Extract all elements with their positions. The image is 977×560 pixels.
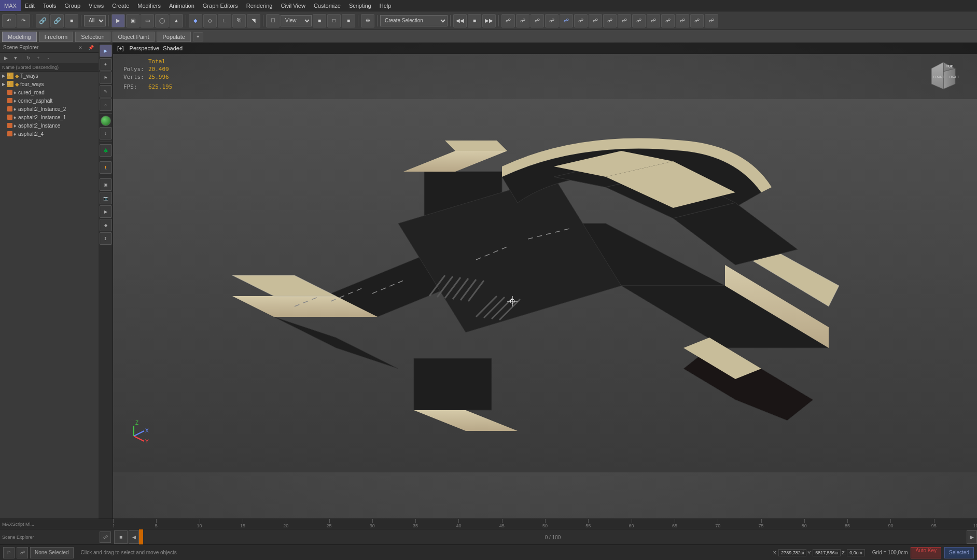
select-circle-btn[interactable]: ◯: [155, 14, 169, 27]
menu-graph-editors[interactable]: Graph Editors: [199, 0, 242, 11]
prop-btn[interactable]: ☍: [531, 14, 544, 27]
select-rect-btn[interactable]: ▭: [141, 14, 154, 27]
se-object-list[interactable]: ▶ □ ◆ T_ways ▶ □ ◆ four_ways ♦ cured_roa…: [0, 72, 99, 534]
tool-person[interactable]: 🚶: [100, 161, 112, 174]
mirror-btn[interactable]: ☐: [266, 14, 280, 27]
se-item-tways[interactable]: ▶ □ ◆ T_ways: [0, 72, 99, 80]
se-collapse-btn[interactable]: -: [44, 54, 53, 62]
effects-btn[interactable]: ☍: [632, 14, 646, 27]
menu-edit[interactable]: Edit: [21, 0, 39, 11]
render-setup-btn[interactable]: ☍: [545, 14, 559, 27]
vp-shading[interactable]: Shaded: [163, 45, 183, 51]
env-btn[interactable]: ☍: [618, 14, 631, 27]
undo-button[interactable]: ↶: [2, 14, 16, 27]
menu-modifiers[interactable]: Modifiers: [133, 0, 165, 11]
select-region-btn[interactable]: ▣: [126, 14, 139, 27]
se-item-asphalt2-inst2[interactable]: ♦ asphalt2_Instance_2: [0, 105, 99, 113]
menu-customize[interactable]: Customize: [310, 0, 345, 11]
status-icon1[interactable]: ⚐: [3, 547, 15, 558]
menu-group[interactable]: Group: [61, 0, 85, 11]
tool-create[interactable]: ✎: [100, 85, 112, 97]
menu-views[interactable]: Views: [85, 0, 108, 11]
main-viewport[interactable]: X Y Z [+] Perspective Shaded Total Polys…: [113, 43, 977, 529]
tl-next-btn[interactable]: ▶: [967, 530, 977, 544]
auto-key-button[interactable]: Auto Key: [911, 547, 941, 558]
tool-arr2[interactable]: ↥: [100, 232, 112, 245]
se-item-curedroad[interactable]: ♦ cured_road: [0, 88, 99, 96]
se-item-asphalt2-4[interactable]: ♦ asphalt2_4: [0, 130, 99, 138]
menu-create[interactable]: Create: [108, 0, 133, 11]
snap-2d-btn[interactable]: ◇: [203, 14, 217, 27]
align2-btn[interactable]: □: [327, 14, 341, 27]
se-expand-btn[interactable]: +: [34, 54, 43, 62]
tool-camera[interactable]: 📷: [100, 192, 112, 204]
se-layer-icon[interactable]: ☍: [100, 531, 111, 543]
tool-shapes[interactable]: ○: [100, 99, 112, 111]
menu-scripting[interactable]: Scripting: [345, 0, 375, 11]
tool-freeform[interactable]: ✦: [100, 58, 112, 71]
align3-btn[interactable]: ■: [342, 14, 355, 27]
menu-help[interactable]: Help: [375, 0, 396, 11]
snap-percent-btn[interactable]: %: [232, 14, 246, 27]
tab-object-paint[interactable]: Object Paint: [113, 32, 155, 42]
menu-max[interactable]: MAX: [0, 0, 21, 11]
more3-btn[interactable]: ☍: [690, 14, 704, 27]
se-item-fourways[interactable]: ▶ □ ◆ four_ways: [0, 80, 99, 88]
prev-frame-btn[interactable]: ◀◀: [453, 14, 467, 27]
more1-btn[interactable]: ☍: [661, 14, 675, 27]
menu-rendering[interactable]: Rendering: [242, 0, 277, 11]
snap-3d-btn[interactable]: ◆: [189, 14, 202, 27]
tab-populate[interactable]: Populate: [157, 32, 190, 42]
link-button[interactable]: 🔗: [36, 14, 49, 27]
redo-button[interactable]: ↷: [17, 14, 30, 27]
select-object-btn[interactable]: ▶: [111, 14, 125, 27]
scene-explorer-btn[interactable]: ☍: [501, 14, 515, 27]
tool-select[interactable]: ▶: [100, 45, 112, 57]
view-dropdown[interactable]: View: [281, 15, 312, 26]
tab-more[interactable]: +: [193, 32, 203, 41]
layer-btn[interactable]: ☍: [516, 14, 529, 27]
status-icon2[interactable]: ☍: [17, 547, 28, 558]
menu-tools[interactable]: Tools: [39, 0, 61, 11]
select-fence-btn[interactable]: ▲: [170, 14, 183, 27]
key-btn[interactable]: ■: [468, 14, 481, 27]
align-btn[interactable]: ■: [313, 14, 326, 27]
unlink-button[interactable]: 🔗: [50, 14, 64, 27]
more4-btn[interactable]: ☍: [705, 14, 718, 27]
se-item-asphalt2-inst[interactable]: ♦ asphalt2_Instance: [0, 121, 99, 130]
render-view-btn[interactable]: ☍: [574, 14, 588, 27]
nav-cube[interactable]: TOP RIGHT FRONT: [925, 58, 961, 94]
video-btn[interactable]: ☍: [647, 14, 660, 27]
se-item-cornerasphalt[interactable]: ♦ corner_asphalt: [0, 96, 99, 105]
next-frame-btn[interactable]: ▶▶: [482, 14, 496, 27]
tab-freeform[interactable]: Freeform: [39, 32, 74, 42]
tool-panel[interactable]: ▣: [100, 178, 112, 191]
render-btn[interactable]: ☍: [560, 14, 573, 27]
tool-key2[interactable]: ◆: [100, 219, 112, 231]
se-select-btn[interactable]: ▶: [1, 54, 10, 62]
se-sync-btn[interactable]: ↻: [24, 54, 33, 62]
more2-btn[interactable]: ☍: [676, 14, 689, 27]
filter-dropdown[interactable]: All: [84, 15, 106, 26]
se-filter-btn[interactable]: ▼: [11, 54, 20, 62]
menu-animation[interactable]: Animation: [165, 0, 199, 11]
tool-paint[interactable]: ⚑: [100, 72, 112, 84]
snap-angle-btn[interactable]: ∟: [218, 14, 231, 27]
menu-civil-view[interactable]: Civil View: [276, 0, 309, 11]
create-selection-dropdown[interactable]: Create Selection: [380, 15, 448, 26]
tl-prev-btn[interactable]: ◀: [129, 530, 139, 544]
tool-play[interactable]: ▶: [100, 205, 112, 218]
vp-plus[interactable]: [+]: [117, 45, 124, 51]
se-item-asphalt2-inst1[interactable]: ♦ asphalt2_Instance_1: [0, 113, 99, 121]
vp-mode[interactable]: Perspective: [130, 45, 159, 51]
timeline-track[interactable]: 0 / 100: [139, 529, 967, 544]
named-sel-btn[interactable]: ☸: [361, 14, 374, 27]
none-selected-btn[interactable]: None Selected: [30, 547, 74, 558]
tab-modeling[interactable]: Modeling: [2, 32, 37, 42]
tool-sphere-green[interactable]: [101, 116, 111, 126]
map-btn[interactable]: ☍: [603, 14, 617, 27]
timeline-controls[interactable]: ■: [114, 530, 128, 544]
se-close-btn[interactable]: ✕: [76, 44, 85, 52]
tab-selection[interactable]: Selection: [75, 32, 110, 42]
snap-spinner-btn[interactable]: ◥: [247, 14, 260, 27]
